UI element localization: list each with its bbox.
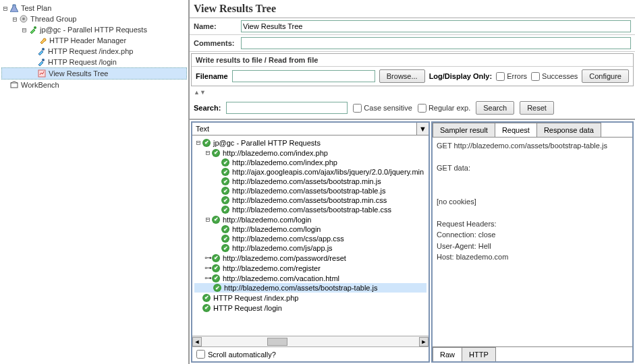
spool-icon [19,14,28,24]
tree-label: WorkBench [21,81,59,89]
file-fieldset: Write results to file / Read from file F… [191,53,634,86]
scroll-thumb[interactable] [267,338,287,346]
tree-view-results[interactable]: View Results Tree [1,67,187,80]
tree-label: Thread Group [30,15,76,23]
tab-response-data[interactable]: Response data [536,123,601,137]
success-icon: ✔ [212,264,220,272]
collapse-handle[interactable]: ⊟ [11,15,19,24]
fieldset-title: Write results to file / Read from file [192,54,633,67]
renderer-combo[interactable]: ▼ [192,123,429,135]
successes-checkbox[interactable]: Successes [531,72,578,81]
case-sensitive-checkbox[interactable]: Case sensitive [353,104,412,113]
regex-checkbox[interactable]: Regular exp. [418,104,470,113]
results-tree[interactable]: ⊟✔jp@gc - Parallel HTTP Requests ⊟✔http:… [192,135,429,336]
result-item[interactable]: ✔http://blazedemo.com/css/app.css [194,234,426,243]
detail-tabs: Sampler result Request Response data [433,123,632,138]
success-icon: ✔ [221,168,229,176]
tree-parallel-requests[interactable]: ⊟ jp@gc - Parallel HTTP Requests [1,24,187,35]
scroll-right-icon[interactable]: ► [419,337,429,346]
tree-label: HTTP Header Manager [49,36,126,44]
filename-input[interactable] [232,70,375,82]
search-row: Search: Case sensitive Regular exp. Sear… [190,97,635,119]
success-icon: ✔ [221,196,229,204]
errors-checkbox[interactable]: Errors [496,72,527,81]
success-icon: ✔ [212,216,220,224]
dropper-icon [36,47,46,56]
collapse-arrows-icon[interactable]: ▲▼ [190,88,635,97]
result-item[interactable]: ✔http://blazedemo.com/assets/bootstrap-t… [194,205,426,214]
result-item[interactable]: ⊟✔http://blazedemo.com/index.php [194,148,426,158]
collapse-handle[interactable]: ⊟ [20,26,28,34]
tree-header-manager[interactable]: HTTP Header Manager [1,35,187,46]
result-item[interactable]: ✔HTTP Request /index.php [194,293,426,303]
result-item[interactable]: ⊶✔http://blazedemo.com/register [194,263,426,273]
result-item[interactable]: ✔http://blazedemo.com/assets/bootstrap.m… [194,195,426,205]
tree-http-login[interactable]: HTTP Request /login [1,57,187,67]
svg-point-3 [42,48,45,51]
search-input[interactable] [226,102,348,114]
detail-column: Sampler result Request Response data GET… [431,121,634,363]
dropdown-arrow-icon[interactable]: ▼ [416,123,429,135]
comments-label: Comments: [194,39,241,47]
detail-subtabs: Raw HTTP [433,346,632,361]
beaker-icon [9,3,19,13]
result-item-selected[interactable]: ✔http://blazedemo.com/assets/bootstrap-t… [194,283,426,293]
success-icon: ✔ [221,187,229,195]
success-icon: ✔ [221,244,229,252]
result-item[interactable]: ✔HTTP Request /login [194,303,426,313]
renderer-input[interactable] [192,123,416,135]
workbench-icon [9,80,19,90]
result-item[interactable]: ✔http://ajax.googleapis.com/ajax/libs/jq… [194,167,426,177]
collapse-handle[interactable]: ⊟ [1,4,9,13]
result-item[interactable]: ✔http://blazedemo.com/assets/bootstrap-t… [194,186,426,195]
result-item[interactable]: ✔http://blazedemo.com/assets/bootstrap.m… [194,177,426,186]
success-icon: ✔ [221,206,229,214]
horizontal-scrollbar[interactable]: ◄ ► [192,336,429,346]
tree-test-plan[interactable]: ⊟ Test Plan [1,3,187,13]
success-icon: ✔ [221,158,229,166]
success-icon: ✔ [212,149,220,157]
tree-label: View Results Tree [49,69,108,78]
tree-workbench[interactable]: WorkBench [1,80,187,90]
search-button[interactable]: Search [476,101,514,115]
tab-http[interactable]: HTTP [462,347,496,361]
comments-input[interactable] [241,37,631,49]
scroll-auto-checkbox[interactable]: Scroll automatically? [192,346,429,361]
name-input[interactable] [241,20,631,32]
success-icon: ✔ [221,225,229,233]
reset-button[interactable]: Reset [520,101,554,115]
nav-tree[interactable]: ⊟ Test Plan ⊟ Thread Group ⊟ jp@gc - Par… [0,0,189,364]
result-item[interactable]: ✔http://blazedemo.com/login [194,224,426,234]
scroll-left-icon[interactable]: ◄ [192,337,202,346]
browse-button[interactable]: Browse... [379,69,425,83]
tree-http-index[interactable]: HTTP Request /index.php [1,46,187,57]
results-column: ▼ ⊟✔jp@gc - Parallel HTTP Requests ⊟✔htt… [191,121,430,363]
comments-row: Comments: [190,35,635,52]
result-item[interactable]: ✔http://blazedemo.com/index.php [194,158,426,167]
configure-button[interactable]: Configure [582,69,629,83]
tree-label: Test Plan [21,4,51,12]
result-item[interactable]: ⊶✔http://blazedemo.com/vacation.html [194,273,426,283]
result-item[interactable]: ⊟✔http://blazedemo.com/login [194,214,426,224]
success-icon: ✔ [212,274,220,282]
svg-rect-6 [11,83,18,88]
tab-request[interactable]: Request [495,123,537,137]
tree-label: HTTP Request /index.php [48,47,133,55]
tab-raw[interactable]: Raw [433,347,462,361]
tab-sampler-result[interactable]: Sampler result [433,123,495,137]
svg-point-1 [22,18,25,20]
success-icon: ✔ [212,254,220,262]
success-icon: ✔ [213,284,221,292]
tree-label: HTTP Request /login [48,58,117,66]
result-item[interactable]: ⊶✔http://blazedemo.com/password/reset [194,253,426,263]
success-icon: ✔ [202,304,211,312]
result-root[interactable]: ⊟✔jp@gc - Parallel HTTP Requests [194,138,426,148]
svg-point-2 [34,26,36,29]
panel-title: View Results Tree [190,0,635,18]
svg-point-4 [42,59,45,61]
search-label: Search: [194,104,221,112]
request-detail-text[interactable]: GET http://blazedemo.com/assets/bootstra… [433,138,632,346]
result-item[interactable]: ✔http://blazedemo.com/js/app.js [194,243,426,253]
tree-thread-group[interactable]: ⊟ Thread Group [1,13,187,24]
success-icon: ✔ [221,235,229,243]
